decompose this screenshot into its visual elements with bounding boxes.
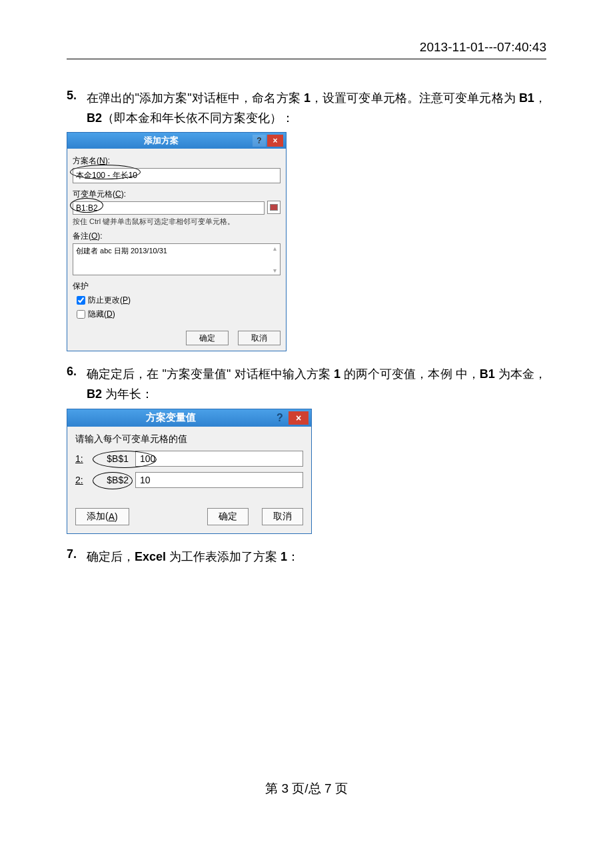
changing-cells-label: 可变单元格(C): xyxy=(73,189,281,200)
step-7: 7. 确定后，Excel 为工作表添加了方案 1： xyxy=(67,547,546,567)
step-number: 5. xyxy=(67,89,87,128)
prevent-changes-checkbox[interactable] xyxy=(77,296,85,305)
range-picker-icon xyxy=(270,204,278,211)
hide-checkbox[interactable] xyxy=(77,310,85,319)
notes-textarea[interactable]: 创建者 abc 日期 2013/10/31 ▴▾ xyxy=(73,243,281,275)
page-footer: 第 3 页/总 7 页 xyxy=(67,780,546,797)
dialog-titlebar: 添加方案 ? × xyxy=(67,133,286,149)
scroll-down-icon[interactable]: ▾ xyxy=(273,267,277,274)
cell-ref: $B$2 xyxy=(97,475,129,485)
value-input[interactable]: 100 xyxy=(135,451,303,467)
changing-cells-input[interactable]: B1:B2 xyxy=(73,201,265,215)
step-text: 确定后，Excel 为工作表添加了方案 1： xyxy=(87,547,546,567)
cancel-button[interactable]: 取消 xyxy=(262,508,303,525)
protect-group-label: 保护 xyxy=(73,281,281,292)
step-number: 6. xyxy=(67,365,87,404)
row-index: 1: xyxy=(75,453,90,464)
scenario-values-dialog: 方案变量值 ? × 请输入每个可变单元格的值 1: $B$1 100 xyxy=(67,409,312,534)
prompt-text: 请输入每个可变单元格的值 xyxy=(75,433,303,445)
dialog-title: 添加方案 xyxy=(70,135,253,147)
step-text: 确定定后，在 "方案变量值" 对话框中输入方案 1 的两个可变值，本例 中，B1… xyxy=(87,365,546,404)
scenario-name-label: 方案名(N): xyxy=(73,155,281,167)
close-button[interactable]: × xyxy=(267,135,283,147)
step-text: 在弹出的"添加方案"对话框中，命名方案 1，设置可变单元格。注意可变单元格为 B… xyxy=(87,89,546,128)
help-button[interactable]: ? xyxy=(271,411,289,425)
step-list: 5. 在弹出的"添加方案"对话框中，命名方案 1，设置可变单元格。注意可变单元格… xyxy=(67,89,546,567)
step-5: 5. 在弹出的"添加方案"对话框中，命名方案 1，设置可变单元格。注意可变单元格… xyxy=(67,89,546,351)
notes-label: 备注(O): xyxy=(73,231,281,242)
add-button[interactable]: 添加(A) xyxy=(75,508,129,525)
variable-row: 2: $B$2 10 xyxy=(75,472,303,488)
ok-button[interactable]: 确定 xyxy=(207,508,249,525)
ok-button[interactable]: 确定 xyxy=(186,331,229,345)
header-timestamp: 2013-11-01---07:40:43 xyxy=(67,40,546,59)
hint-text: 按住 Ctrl 键并单击鼠标可选定非相邻可变单元格。 xyxy=(73,217,281,227)
close-button[interactable]: × xyxy=(289,411,308,425)
help-button[interactable]: ? xyxy=(253,135,266,147)
add-scenario-dialog: 添加方案 ? × 方案名(N): 本金100 - 年长10 可 xyxy=(67,132,287,351)
row-index: 2: xyxy=(75,475,90,485)
step-number: 7. xyxy=(67,547,87,567)
scroll-up-icon[interactable]: ▴ xyxy=(273,245,277,252)
scenario-name-input[interactable]: 本金100 - 年长10 xyxy=(73,168,281,183)
dialog-title: 方案变量值 xyxy=(70,411,271,424)
cancel-button[interactable]: 取消 xyxy=(238,331,281,345)
cell-ref: $B$1 xyxy=(97,453,129,464)
hide-checkbox-row[interactable]: 隐藏(D) xyxy=(77,309,281,320)
value-input[interactable]: 10 xyxy=(135,472,303,488)
prevent-changes-checkbox-row[interactable]: 防止更改(P) xyxy=(77,295,281,306)
range-picker-button[interactable] xyxy=(267,201,281,214)
variable-row: 1: $B$1 100 xyxy=(75,451,303,467)
dialog-titlebar: 方案变量值 ? × xyxy=(67,409,311,427)
step-6: 6. 确定定后，在 "方案变量值" 对话框中输入方案 1 的两个可变值，本例 中… xyxy=(67,365,546,533)
